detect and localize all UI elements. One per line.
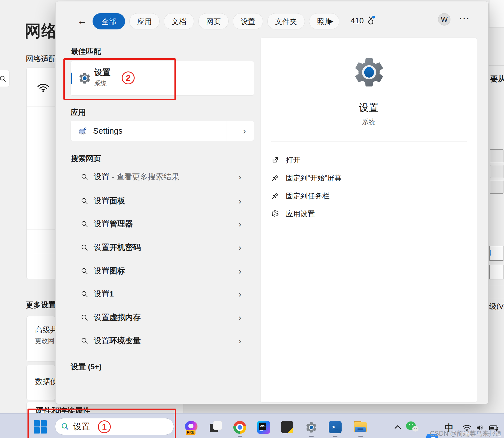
settings-group-heading: 设置 (5+)	[71, 362, 102, 372]
back-button[interactable]: ←	[76, 14, 89, 27]
webstorm-icon[interactable]: WS	[257, 421, 270, 434]
web-result-row[interactable]: 设置 - 查看更多搜索结果 ›	[71, 168, 254, 186]
copilot-icon[interactable]: PRE	[185, 421, 198, 434]
running-indicator	[333, 436, 337, 437]
query-suffix: 1	[109, 289, 114, 298]
file-explorer-icon[interactable]	[353, 421, 366, 434]
powershell-icon[interactable]: >_	[329, 421, 342, 434]
tortoise-app-icon	[77, 126, 88, 136]
query-prefix: 设置	[94, 219, 109, 228]
desktop-screen: 网络 网络适配 更多设置 高级共 更改网 数据使 硬件和连接属性	[0, 0, 504, 438]
web-result-row[interactable]: 设置图标 ›	[71, 262, 254, 280]
detail-app-title: 设置	[261, 101, 477, 114]
overlapping-windows-app-icon[interactable]	[209, 421, 222, 434]
tab-apps[interactable]: 应用	[129, 13, 160, 29]
running-indicator	[238, 436, 242, 437]
search-icon	[81, 244, 88, 251]
copilot-preview-badge: PRE	[186, 430, 195, 435]
search-icon	[81, 197, 88, 205]
running-indicator	[309, 436, 314, 437]
more-options-button[interactable]: ⋯	[459, 12, 470, 24]
chevron-right-icon[interactable]: ›	[238, 238, 241, 256]
web-result-row[interactable]: 设置1 ›	[71, 285, 254, 303]
input-value: 4	[489, 249, 491, 258]
query-prefix: 设置	[94, 336, 109, 345]
search-filter-tabs: 全部 应用 文档 网页 设置 文件夹 照片	[93, 13, 339, 29]
web-result-row[interactable]: 设置开机密码 ›	[71, 238, 254, 256]
detail-actions: 打开 固定到“开始”屏幕 固定到任务栏 应用设置	[271, 151, 467, 223]
query-prefix: 设置	[94, 243, 109, 252]
dark-notes-app-icon[interactable]	[281, 421, 294, 434]
query-prefix: 设置	[94, 289, 109, 298]
app-result-settings[interactable]: Settings ›	[71, 121, 254, 141]
background-button-fragment[interactable]	[490, 181, 503, 194]
background-button-fragment[interactable]	[490, 165, 503, 178]
web-search-heading: 搜索网页	[71, 154, 101, 164]
web-result-row[interactable]: 设置管理器 ›	[71, 215, 254, 233]
row-divider	[227, 121, 227, 141]
wechat-icon[interactable]	[406, 421, 419, 433]
chrome-icon[interactable]	[233, 421, 246, 434]
action-label: 打开	[286, 155, 300, 165]
query-suffix: 图标	[109, 266, 125, 275]
tab-settings[interactable]: 设置	[233, 13, 263, 29]
tab-folders[interactable]: 文件夹	[267, 13, 305, 29]
query-suffix: 开机密码	[109, 243, 141, 252]
web-result-row[interactable]: 设置面板 ›	[71, 192, 254, 210]
rewards-medal-icon	[366, 15, 376, 26]
search-icon	[81, 290, 88, 298]
action-pin-to-taskbar[interactable]: 固定到任务栏	[271, 187, 467, 205]
background-input-fragment[interactable]: 4	[489, 246, 503, 261]
expand-chevron-icon[interactable]: ›	[235, 121, 254, 141]
chevron-right-icon[interactable]: ›	[238, 192, 241, 210]
chevron-right-icon[interactable]: ›	[238, 262, 241, 280]
action-open[interactable]: 打开	[271, 151, 467, 169]
tab-all[interactable]: 全部	[93, 13, 125, 29]
tray-chevron-up-icon[interactable]	[394, 425, 402, 429]
background-input-fragment[interactable]	[489, 265, 503, 279]
query-suffix: - 查看更多搜索结果	[109, 172, 179, 181]
settings-gear-taskbar-icon[interactable]	[305, 421, 318, 434]
play-button[interactable]: ▶	[328, 17, 333, 26]
chevron-right-icon[interactable]: ›	[238, 309, 241, 326]
background-button-text-fragment: 级(V)	[489, 302, 504, 311]
annotation-step1-box	[27, 409, 176, 438]
tab-web[interactable]: 网页	[198, 13, 229, 29]
chevron-right-icon[interactable]: ›	[238, 215, 241, 233]
avatar-initial: W	[441, 15, 448, 24]
annotation-step2-box	[63, 58, 176, 100]
chevron-right-icon[interactable]: ›	[238, 332, 241, 350]
search-icon	[81, 220, 88, 228]
background-button-fragment[interactable]	[490, 149, 503, 162]
rewards-counter[interactable]: 410	[351, 15, 376, 26]
query-suffix: 虚拟内存	[109, 313, 141, 322]
pin-icon	[271, 174, 279, 182]
powershell-prompt-glyph: >_	[332, 424, 339, 430]
action-label: 应用设置	[286, 209, 315, 219]
query-prefix: 设置	[94, 313, 109, 322]
action-label: 固定到“开始”屏幕	[286, 173, 342, 183]
web-result-row[interactable]: 设置虚拟内存 ›	[71, 309, 254, 326]
result-detail-pane: 设置 系统 打开 固定到“开始”屏幕 固定到任务栏 应用设置	[260, 38, 477, 403]
search-icon	[81, 314, 88, 321]
query-prefix: 设置	[94, 172, 109, 181]
query-suffix: 环境变量	[109, 336, 141, 345]
windows-search-panel: ← 全部 应用 文档 网页 设置 文件夹 照片 ▶ 410 W ⋯ 最佳匹配	[55, 1, 489, 404]
best-match-heading: 最佳匹配	[71, 46, 101, 56]
detail-app-subtitle: 系统	[261, 117, 477, 126]
open-external-icon	[271, 156, 279, 164]
chevron-right-icon[interactable]: ›	[238, 285, 241, 303]
rewards-count: 410	[351, 16, 364, 25]
settings-gear-large-icon	[351, 55, 387, 90]
action-label: 固定到任务栏	[286, 191, 330, 201]
action-app-settings[interactable]: 应用设置	[271, 205, 467, 223]
tab-photos[interactable]: 照片	[309, 13, 339, 29]
gear-outline-icon	[271, 210, 279, 218]
web-result-row[interactable]: 设置环境变量 ›	[71, 332, 254, 350]
webstorm-label: WS	[259, 423, 266, 430]
action-pin-to-start[interactable]: 固定到“开始”屏幕	[271, 169, 467, 187]
chevron-right-icon[interactable]: ›	[238, 168, 241, 186]
user-avatar[interactable]: W	[438, 13, 450, 26]
search-icon	[81, 173, 88, 181]
tab-documents[interactable]: 文档	[164, 13, 194, 29]
